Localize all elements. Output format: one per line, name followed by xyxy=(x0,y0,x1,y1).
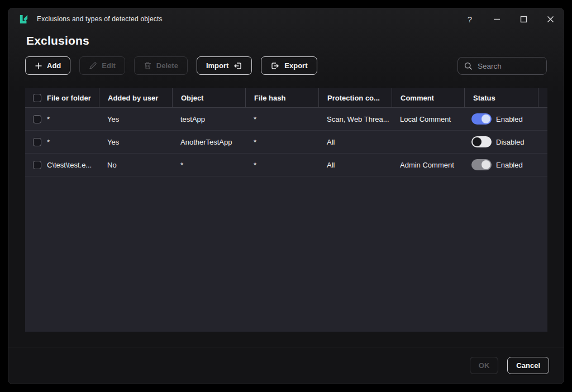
cell-object: AnotherTestApp xyxy=(172,131,245,153)
edit-button-label: Edit xyxy=(102,61,116,70)
close-icon[interactable] xyxy=(544,12,557,26)
status-label: Disabled xyxy=(496,138,525,146)
screen: Exclusions and types of detected objects… xyxy=(0,0,572,392)
delete-button-label: Delete xyxy=(156,61,178,70)
header-label: Protection co... xyxy=(327,94,380,102)
export-button[interactable]: Export xyxy=(261,56,317,75)
exclusions-table: File or folder Added by user Object File… xyxy=(25,88,547,332)
header-file-or-folder[interactable]: File or folder xyxy=(25,88,99,107)
plus-icon xyxy=(35,62,42,70)
cell-added-by-user: Yes xyxy=(99,131,172,153)
cell-comment: Admin Comment xyxy=(392,154,464,176)
footer-divider xyxy=(8,347,564,347)
minimize-icon[interactable] xyxy=(490,12,503,26)
edit-button[interactable]: Edit xyxy=(79,56,125,75)
cell-file-or-folder: * xyxy=(47,115,50,123)
cell-status: Enabled xyxy=(464,154,538,176)
header-protection[interactable]: Protection co... xyxy=(318,88,392,107)
header-object[interactable]: Object xyxy=(172,88,245,107)
toolbar: Add Edit Delete Import xyxy=(25,56,317,75)
cell-comment xyxy=(392,131,464,153)
import-button[interactable]: Import xyxy=(197,56,252,75)
help-icon[interactable]: ? xyxy=(463,12,476,26)
cell-spacer xyxy=(538,131,547,153)
search-input[interactable] xyxy=(478,62,540,70)
row-checkbox[interactable] xyxy=(33,161,41,169)
table-row[interactable]: * Yes testApp * Scan, Web Threa... Local… xyxy=(25,108,547,131)
header-spacer xyxy=(538,88,547,107)
status-label: Enabled xyxy=(496,115,523,123)
page-title: Exclusions xyxy=(26,34,89,47)
select-all-checkbox[interactable] xyxy=(33,94,41,102)
row-checkbox[interactable] xyxy=(33,138,41,146)
pencil-icon xyxy=(89,61,97,70)
cell-object: * xyxy=(172,154,245,176)
search-box[interactable] xyxy=(457,57,547,75)
title-bar: Exclusions and types of detected objects… xyxy=(8,8,564,30)
header-added-by-user[interactable]: Added by user xyxy=(99,88,172,107)
header-label: Comment xyxy=(401,94,434,102)
cell-added-by-user: No xyxy=(99,154,172,176)
cell-object: testApp xyxy=(172,108,245,130)
window-controls: ? xyxy=(463,12,564,26)
table-header-row: File or folder Added by user Object File… xyxy=(25,88,547,108)
add-button[interactable]: Add xyxy=(25,56,70,75)
export-icon xyxy=(270,61,280,70)
row-checkbox[interactable] xyxy=(33,115,41,123)
header-label: File hash xyxy=(254,94,285,102)
add-button-label: Add xyxy=(47,61,61,70)
kaspersky-logo-icon xyxy=(18,14,29,25)
export-button-label: Export xyxy=(284,61,307,70)
cell-status: Disabled xyxy=(464,131,538,153)
cell-status: Enabled xyxy=(464,108,538,130)
import-button-label: Import xyxy=(206,61,228,70)
header-comment[interactable]: Comment xyxy=(392,88,464,107)
cell-comment: Local Comment xyxy=(392,108,464,130)
cell-protection: All xyxy=(318,154,392,176)
status-toggle[interactable] xyxy=(471,113,492,125)
cell-file-hash: * xyxy=(245,131,318,153)
cell-file-or-folder: * xyxy=(47,138,50,146)
cell-added-by-user: Yes xyxy=(99,108,172,130)
window-title: Exclusions and types of detected objects xyxy=(37,15,163,23)
cell-file-or-folder: C\test\test.e... xyxy=(47,161,92,169)
cancel-button[interactable]: Cancel xyxy=(507,357,549,374)
header-label: Added by user xyxy=(108,94,158,102)
status-toggle[interactable] xyxy=(471,136,492,147)
table-row[interactable]: C\test\test.e... No * * All Admin Commen… xyxy=(25,154,547,176)
exclusions-window: Exclusions and types of detected objects… xyxy=(8,8,564,384)
header-status[interactable]: Status xyxy=(464,88,538,107)
header-label: Status xyxy=(473,94,495,102)
status-label: Enabled xyxy=(496,161,523,169)
delete-button[interactable]: Delete xyxy=(134,56,188,75)
cell-spacer xyxy=(538,108,547,130)
header-label: File or folder xyxy=(47,94,91,102)
ok-button[interactable]: OK xyxy=(470,357,499,374)
header-label: Object xyxy=(181,94,203,102)
cell-file-hash: * xyxy=(245,154,318,176)
table-row[interactable]: * Yes AnotherTestApp * All Disabled xyxy=(25,131,547,154)
header-file-hash[interactable]: File hash xyxy=(245,88,318,107)
cell-spacer xyxy=(538,154,547,176)
cell-protection: All xyxy=(318,131,392,153)
maximize-icon[interactable] xyxy=(517,12,530,26)
trash-icon xyxy=(144,61,152,70)
status-toggle[interactable] xyxy=(471,159,492,170)
cell-protection: Scan, Web Threa... xyxy=(318,108,392,130)
import-icon xyxy=(233,61,242,70)
footer-actions: OK Cancel xyxy=(470,357,549,374)
search-icon xyxy=(464,62,473,70)
cell-file-hash: * xyxy=(245,108,318,130)
